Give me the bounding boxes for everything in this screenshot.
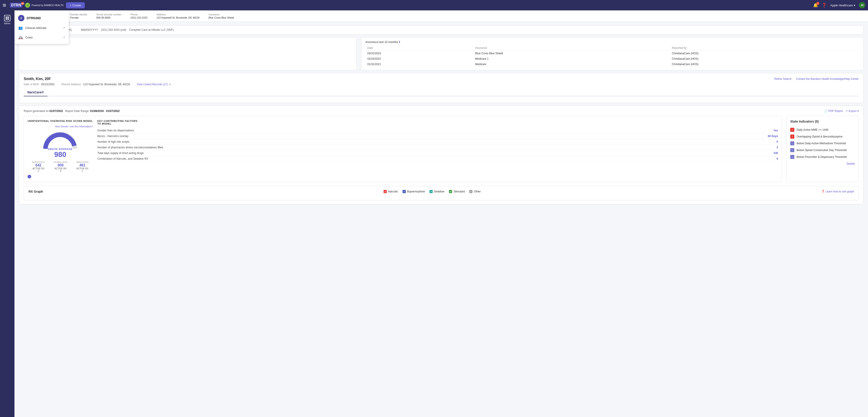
phone-field: Phone (321) 222-2222 [130, 13, 147, 19]
score-info-icon[interactable]: i [28, 175, 31, 178]
tabs: NarxCare® [24, 89, 859, 96]
nav-right: 🔔 7 ❓ Apple Healthcare ▾ JG [813, 2, 865, 8]
how-to-use-link[interactable]: How should I use this information? [55, 125, 93, 128]
refine-search-btn[interactable]: Refine Search [774, 77, 792, 81]
legend-item-buprenorphine[interactable]: Buprenorphine [403, 190, 425, 193]
sedatives-active: ACTIVE RX 1 [76, 167, 88, 172]
powered-by: 🌿 Powered by BAMBOO HEALTH [25, 3, 63, 8]
patient-name: Smith, Kim, 20F [24, 77, 51, 81]
insurance-table-row: 01/31/2021MedicareChristianaCare (HOS) [366, 61, 859, 67]
sedatives-stat: SEDATIVES 481 ACTIVE RX 1 [76, 161, 88, 172]
dtrn-logo: DTRN 360 [10, 3, 22, 8]
notification-icon[interactable]: 🔔 7 [813, 3, 818, 8]
legend-item-stimulant[interactable]: Stimulant [449, 190, 465, 193]
report-info: Report generated on 01/07/2022 . Report … [24, 110, 859, 113]
indicator-row: ↓ Below Opioid Consecutive Day Threshold [790, 147, 855, 153]
chevron-right-icon: ▾ [169, 83, 170, 86]
factor-value: 3 [776, 146, 778, 149]
org-selector[interactable]: Apple Healthcare ▾ [830, 4, 855, 7]
indicator-label: Daily Active MME >= 1440 [797, 128, 829, 131]
indicator-badge: ↓ [790, 155, 794, 159]
details-link[interactable]: Details [790, 162, 855, 165]
sidebar-item-clinical-referrals[interactable]: 👥 Clinical referrals ↗ [14, 23, 69, 33]
contact-help-link[interactable]: Contact the Bamboo Health Knowledge/Help… [796, 77, 859, 81]
stimulants-active: ACTIVE RX 0 [54, 167, 68, 172]
factor-value: Yes [773, 129, 778, 132]
gauge-container: ABOVE AVERAGE 980 [28, 129, 93, 159]
gauge-score: 980 [48, 150, 72, 159]
patient-name-row: Smith, Kim, 20F Refine Search Contact th… [24, 77, 859, 81]
main-content: (321) 222-2222 ChristianaCare (HOS) MM/D… [14, 22, 868, 417]
contact-row-2: MM/DD/YYYY (321) 333-3333 (cell) Complet… [81, 28, 174, 31]
legend-item-sedative[interactable]: Sedative [430, 190, 445, 193]
indicator-badge: ! [790, 135, 794, 139]
factor-label: Total days supply of short-acting drugs [97, 151, 144, 155]
gauge-level: ABOVE AVERAGE [48, 148, 72, 150]
stimulants-stat: STIMULANTS 000 ACTIVE RX 0 [54, 161, 68, 172]
gender-field: Gender identity Female [70, 13, 87, 19]
legend-item-narcotic[interactable]: Narcotic [383, 190, 398, 193]
indicators-list: ! Daily Active MME >= 1440 ! Overlapping… [790, 126, 855, 160]
info-icon[interactable]: ℹ [399, 40, 400, 43]
insurance-section-title: Insurance last 12 months ℹ [366, 40, 859, 43]
legend-label-sedative: Sedative [434, 190, 445, 193]
sidebar-admin[interactable]: Admin [4, 15, 10, 25]
svg-rect-1 [7, 17, 9, 18]
create-button[interactable]: + Create [66, 2, 85, 8]
user-avatar[interactable]: JG [859, 2, 865, 8]
admin-icon [4, 15, 10, 21]
indicator-row: ↓ Below Prescriber & Dispensary Threshol… [790, 153, 855, 160]
report-section: Report generated on 01/07/2022 . Report … [19, 106, 864, 204]
learn-graph-link[interactable]: ❓ Learn how to use graph [821, 190, 854, 193]
narcotics-active: ACTIVE RX 2 [32, 167, 45, 172]
help-icon[interactable]: ❓ [822, 3, 827, 8]
legend-item-other[interactable]: Other [469, 190, 480, 193]
factor-label: Greater than six dispensations [97, 129, 134, 132]
indicator-row: ↓ Below Daily Active Methadone Threshold [790, 140, 855, 147]
insurance-field: Insurance Blue Cross Blue Shield [209, 13, 234, 19]
insurance-panel: Insurance last 12 months ℹ Date Insuranc… [361, 37, 864, 70]
linked-records-btn[interactable]: View Linked Records (17) [137, 83, 168, 86]
indicator-label: Below Daily Active Methadone Threshold [797, 142, 846, 145]
dtrn-badge: DTRN 360 [10, 3, 22, 8]
factor-label: Number of pharmacies where narcotics/sed… [97, 146, 163, 149]
crisis-icon: 🚑 [18, 35, 23, 40]
rx-graph-legend: Narcotic Buprenorphine Sedative Stimulan… [383, 190, 481, 193]
grid-icon[interactable]: ⊞ [3, 3, 6, 8]
indicator-label: Below Prescriber & Dispensary Threshold [797, 155, 847, 158]
legend-checkbox-buprenorphine[interactable] [403, 190, 406, 193]
report-actions: 📄 PDF Report ↗ Export ▾ [824, 110, 859, 113]
legend-label-stimulant: Stimulant [454, 190, 465, 193]
export-icon: ↗ [845, 110, 848, 113]
pdf-icon: 📄 [824, 110, 828, 113]
risk-gauge-factors: UNINTENTIONAL OVERDOSE RISK SCORE MODEL … [24, 116, 782, 182]
legend-checkbox-other[interactable] [469, 190, 472, 193]
rx-graph-header: RX Graph Narcotic Buprenorphine Sedative… [29, 190, 854, 193]
factors-list: Greater than six dispensations Yes Benzo… [97, 128, 778, 162]
ins-col-insurance: Insurance [473, 46, 670, 51]
ins-col-reported: Reported by [670, 46, 859, 51]
pdf-report-btn[interactable]: 📄 PDF Report [824, 110, 843, 113]
report-date-info: Report generated on 01/07/2022 . Report … [24, 110, 120, 113]
external-link-icon: ↗ [63, 26, 65, 29]
legend-checkbox-stimulant[interactable] [449, 190, 452, 193]
factor-label: Benzo - Narcotics overlap [97, 135, 128, 138]
export-btn[interactable]: ↗ Export ▾ [845, 110, 859, 113]
state-indicators-title: State Indicators (5) [790, 120, 855, 123]
legend-checkbox-narcotic[interactable] [383, 190, 387, 193]
factor-label: Combination of Narcotic, and Sedative RX [97, 157, 148, 160]
dtrn-circle: D [18, 15, 24, 21]
state-indicators-panel: State Indicators (5) ! Daily Active MME … [786, 116, 859, 182]
dropdown-title: DTRN360 [27, 16, 41, 20]
indicator-row: ! Overlapping Opioid & Benzodiazepine [790, 133, 855, 140]
contact-info-panel: (321) 222-2222 ChristianaCare (HOS) MM/D… [19, 25, 864, 34]
tab-narxcare[interactable]: NarxCare® [24, 89, 48, 96]
sidebar-item-crisis[interactable]: 🚑 Crisis ↗ [14, 33, 69, 42]
chevron-down-icon: ▾ [854, 4, 855, 7]
risk-main: UNINTENTIONAL OVERDOSE RISK SCORE MODEL … [24, 116, 859, 182]
factor-row: Number of high risk scripts 0 [97, 139, 778, 145]
rx-graph-title: RX Graph [29, 190, 43, 193]
legend-checkbox-sedative[interactable] [430, 190, 433, 193]
notification-badge: 7 [816, 2, 819, 5]
dropdown-header: D DTRN360 [14, 12, 69, 23]
